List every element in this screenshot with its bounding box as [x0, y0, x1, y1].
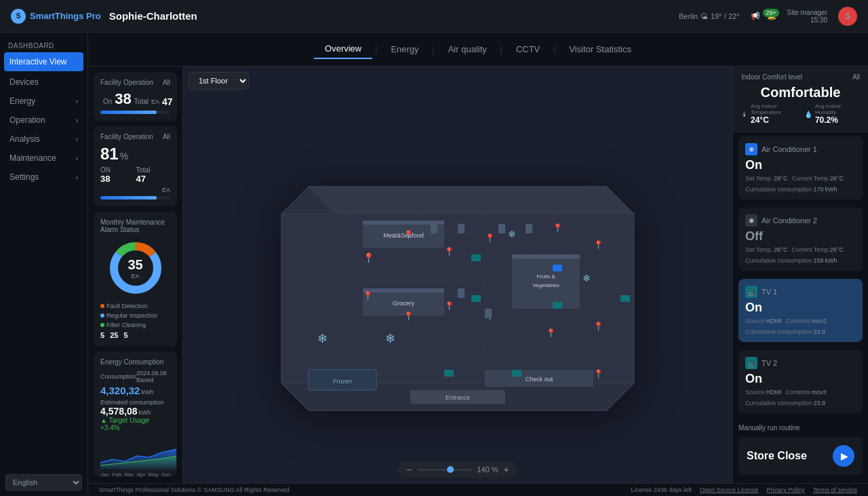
zoom-slider[interactable] — [417, 469, 471, 471]
svg-rect-21 — [363, 288, 444, 292]
sidebar-footer: English Deutsch — [0, 469, 87, 496]
tv2-status: On — [745, 372, 856, 386]
routine-section: Manually run routine Store Close ▶ — [733, 417, 868, 482]
user-info: Site manager 15:30 — [787, 9, 827, 24]
notification-button[interactable]: 🔔 29+ — [767, 12, 776, 20]
svg-rect-58 — [498, 224, 505, 233]
terms-link[interactable]: Terms of service — [812, 487, 857, 493]
avg-temp-stat: 🌡 Avg Indoor Temperature 24°C — [741, 103, 804, 125]
chevron-down-icon: › — [76, 155, 78, 162]
language-select[interactable]: English Deutsch — [5, 474, 82, 491]
map-controls: − 140 % + — [398, 461, 517, 478]
chevron-down-icon: › — [76, 117, 78, 124]
sidebar-item-maintenance[interactable]: Maintenance › — [0, 149, 87, 168]
filter-count: 5 — [123, 331, 127, 339]
energy-target: ▲ Target Usage +3.4% — [100, 417, 170, 432]
facility-bar-fill-1 — [100, 111, 157, 114]
sidebar-item-interactive-view[interactable]: Interactive View — [4, 52, 83, 71]
ac2-details: Set Temp. 26°C Current Temp 26°C Cumulat… — [745, 246, 856, 264]
device-card-ac1: ❄ Air Conditioner 1 On Set Temp. 28°C Cu… — [738, 136, 863, 199]
facility-operation-widget-2: Facility Operation All 81 % ON 38 Total — [94, 126, 177, 206]
svg-text:📍: 📍 — [444, 301, 454, 311]
sidebar-item-devices[interactable]: Devices — [0, 73, 87, 92]
svg-text:Vegetables: Vegetables — [532, 282, 559, 288]
ac2-name: Air Conditioner 2 — [762, 216, 817, 225]
weather-display: Berlin 🌤 19° / 22° — [679, 12, 740, 20]
logo-icon: S — [11, 9, 26, 24]
sidebar-nav: Dashboard Interactive View Devices Energ… — [0, 33, 87, 469]
routine-section-title: Manually run routine — [738, 424, 863, 432]
right-panel: Indoor Comfort level All Comfortable 🌡 A… — [732, 66, 868, 483]
tab-energy[interactable]: Energy — [380, 40, 429, 58]
topbar-icons: 📢 🔔 29+ — [751, 12, 776, 20]
svg-text:Grocery: Grocery — [393, 300, 415, 307]
svg-rect-61 — [458, 224, 465, 233]
footer-copyright: SmartThings Professional Solutions © SAM… — [99, 487, 290, 493]
legend-fault: Fault Detection — [100, 303, 148, 309]
chevron-down-icon: › — [76, 174, 78, 181]
ac1-name: Air Conditioner 1 — [762, 145, 817, 153]
open-source-link[interactable]: Open Source License — [700, 487, 759, 493]
svg-marker-7 — [309, 187, 634, 214]
sidebar-item-energy[interactable]: Energy › — [0, 92, 87, 111]
regular-dot — [100, 313, 104, 318]
weather-icon: 🌤 — [701, 12, 708, 20]
sidebar-item-analysis[interactable]: Analysis › — [0, 130, 87, 149]
pct-value: 81 — [100, 145, 119, 164]
svg-text:Entrance: Entrance — [446, 394, 470, 401]
energy-estimated: 4,578,08 — [100, 406, 138, 417]
tab-air-quality[interactable]: Air quality — [437, 40, 498, 58]
svg-rect-50 — [471, 254, 481, 261]
comfort-stats: 🌡 Avg Indoor Temperature 24°C 💧 Avg Indo… — [741, 103, 860, 125]
avatar[interactable]: S — [838, 7, 857, 26]
left-panel: Facility Operation All On 38 Total EA 47 — [88, 66, 183, 483]
device-card-tv1: 📺 TV 1 On Source HDMI Contents mov2 — [738, 279, 863, 342]
sidebar: Dashboard Interactive View Devices Energ… — [0, 33, 88, 496]
legend-regular: Regular Inspection — [100, 312, 157, 319]
routine-play-button[interactable]: ▶ — [833, 445, 854, 467]
comfort-header: Indoor Comfort level All Comfortable 🌡 A… — [733, 66, 868, 132]
zoom-in-button[interactable]: + — [504, 464, 509, 475]
device-card-ac2: ❄ Air Conditioner 2 Off Set Temp. 26°C C… — [738, 208, 863, 271]
footer-links: License 2436 days left Open Source Licen… — [631, 487, 857, 493]
megaphone-button[interactable]: 📢 — [751, 12, 760, 20]
ac1-details: Set Temp. 28°C Current Temp 26°C Cumulat… — [745, 175, 856, 193]
svg-text:📍: 📍 — [444, 246, 454, 256]
thermometer-icon: 🌡 — [741, 111, 748, 118]
tab-visitor-statistics[interactable]: Visitor Statistics — [558, 40, 642, 58]
energy-value: 4,320,32 — [100, 385, 140, 396]
svg-text:❄: ❄ — [508, 229, 516, 240]
main-content: Facility Operation All On 38 Total EA 47 — [88, 66, 868, 483]
alarm-counts: 5 25 5 — [100, 331, 170, 339]
topbar: S SmartThings Pro Sophie-Charlotten Berl… — [0, 0, 868, 33]
sidebar-item-settings[interactable]: Settings › — [0, 168, 87, 187]
facility-op-title-1: Facility Operation All — [100, 79, 170, 86]
fault-dot — [100, 304, 104, 308]
ac1-status: On — [745, 158, 856, 172]
routine-name: Store Close — [747, 450, 807, 462]
sidebar-section-dashboard: Dashboard — [0, 38, 87, 51]
footer: SmartThings Professional Solutions © SAM… — [88, 483, 868, 496]
license-days: License 2436 days left — [631, 487, 692, 493]
svg-text:📍: 📍 — [403, 229, 414, 240]
tab-cctv[interactable]: CCTV — [505, 40, 551, 58]
energy-widget: Energy Consumption Consumption 2024.09.0… — [94, 351, 177, 476]
svg-text:📍: 📍 — [485, 233, 495, 243]
content-area: Overview | Energy | Air quality | CCTV |… — [88, 33, 868, 496]
zoom-out-button[interactable]: − — [406, 464, 412, 475]
chevron-down-icon: › — [76, 98, 78, 105]
svg-rect-23 — [512, 254, 580, 309]
comfort-level: Comfortable — [741, 85, 860, 100]
tv2-name: TV 2 — [762, 359, 777, 367]
svg-text:📍: 📍 — [363, 290, 373, 301]
tab-overview[interactable]: Overview — [314, 39, 372, 59]
donut-center: 35 EA — [127, 257, 142, 280]
privacy-policy-link[interactable]: Privacy Policy — [766, 487, 804, 493]
sidebar-item-operation[interactable]: Operation › — [0, 111, 87, 130]
filter-dot — [100, 323, 104, 327]
notification-badge: 29+ — [763, 9, 778, 17]
legend-filter: Filter Cleaning — [100, 322, 146, 328]
fault-count: 5 — [100, 331, 104, 339]
donut-chart: 35 EA — [100, 237, 170, 299]
ac-icon-1: ❄ — [745, 143, 757, 155]
